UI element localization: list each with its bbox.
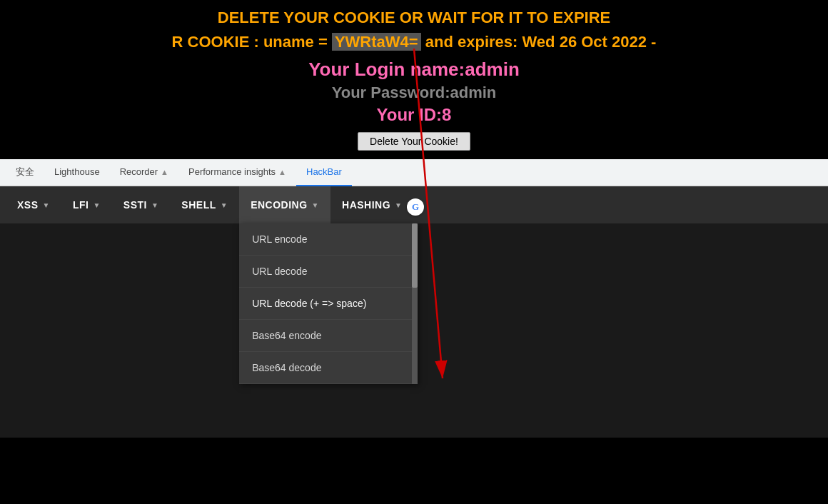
encoding-arrow-icon: ▼ xyxy=(312,201,319,209)
marquee-line-1: DELETE YOUR COOKIE OR WAIT FOR IT TO EXP… xyxy=(0,6,828,30)
perf-pin-icon: ▲ xyxy=(278,168,286,176)
lfi-button[interactable]: LFI ▼ xyxy=(61,186,112,223)
login-name-text: Your Login name:admin xyxy=(0,59,828,81)
url-decode-item[interactable]: URL decode xyxy=(239,256,418,288)
url-decode-plus-item[interactable]: URL decode (+ => space) xyxy=(239,288,418,320)
xss-arrow-icon: ▼ xyxy=(43,201,50,209)
hashing-arrow-icon: ▼ xyxy=(395,201,402,209)
recorder-pin-icon: ▲ xyxy=(161,168,168,176)
scrollbar-thumb xyxy=(412,223,418,288)
tab-hackbar[interactable]: HackBar xyxy=(296,159,352,186)
base64-encode-item[interactable]: Base64 encode xyxy=(239,320,418,352)
dropdown-scrollbar[interactable] xyxy=(412,223,418,384)
xss-button[interactable]: XSS ▼ xyxy=(6,186,61,223)
password-text: Your Password:admin xyxy=(0,84,828,102)
right-panel xyxy=(407,223,828,438)
devtools-tabs-bar: 安全 Lighthouse Recorder ▲ Performance ins… xyxy=(0,159,828,186)
marquee-line-2: R COOKIE : uname = YWRtaW4= and expires:… xyxy=(0,30,828,54)
id-text: Your ID:8 xyxy=(0,105,828,125)
encoding-dropdown-container: ENCODING ▼ URL encode URL decode URL dec… xyxy=(239,186,330,223)
shell-button[interactable]: SHELL ▼ xyxy=(170,186,239,223)
lfi-arrow-icon: ▼ xyxy=(93,201,100,209)
tab-performance-insights[interactable]: Performance insights ▲ xyxy=(178,159,296,186)
tab-recorder[interactable]: Recorder ▲ xyxy=(110,159,178,186)
encoding-dropdown-menu: URL encode URL decode URL decode (+ => s… xyxy=(239,223,418,384)
delete-cookie-button[interactable]: Delete Your Cookie! xyxy=(358,132,470,151)
url-encode-item[interactable]: URL encode xyxy=(239,223,418,256)
top-content: DELETE YOUR COOKIE OR WAIT FOR IT TO EXP… xyxy=(0,0,828,159)
base64-decode-item[interactable]: Base64 decode xyxy=(239,352,418,384)
ssti-arrow-icon: ▼ xyxy=(151,201,158,209)
tab-security[interactable]: 安全 xyxy=(6,159,44,186)
ssti-button[interactable]: SSTI ▼ xyxy=(112,186,171,223)
hashing-button[interactable]: HASHING ▼ xyxy=(330,186,413,223)
tab-lighthouse[interactable]: Lighthouse xyxy=(44,159,110,186)
google-translate-icon[interactable]: G xyxy=(407,198,424,216)
encoding-button[interactable]: ENCODING ▼ xyxy=(239,186,330,223)
shell-arrow-icon: ▼ xyxy=(221,201,228,209)
